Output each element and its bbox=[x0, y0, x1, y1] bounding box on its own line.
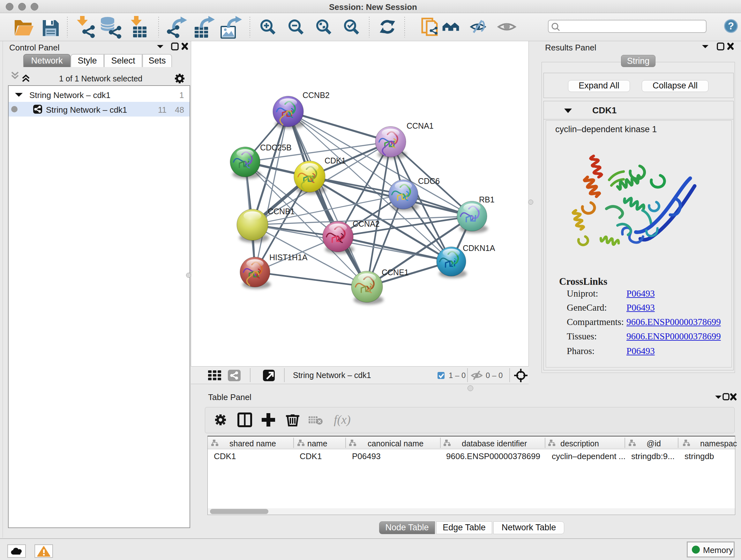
svg-text:CDK1: CDK1 bbox=[325, 156, 346, 165]
svg-text:f(x): f(x) bbox=[334, 413, 351, 427]
svg-text:HIST1H1A: HIST1H1A bbox=[269, 253, 308, 262]
svg-text:CDKN1A: CDKN1A bbox=[463, 244, 495, 253]
svg-text:RB1: RB1 bbox=[479, 195, 495, 204]
svg-text:CCNB2: CCNB2 bbox=[302, 91, 330, 100]
svg-text:CCNE1: CCNE1 bbox=[382, 268, 409, 277]
svg-text:CCNB1: CCNB1 bbox=[268, 207, 295, 216]
svg-text:CDC6: CDC6 bbox=[418, 177, 440, 186]
svg-text:CCNA2: CCNA2 bbox=[353, 219, 380, 228]
svg-text:CDC25B: CDC25B bbox=[260, 143, 292, 152]
svg-text:CCNA1: CCNA1 bbox=[407, 121, 434, 130]
